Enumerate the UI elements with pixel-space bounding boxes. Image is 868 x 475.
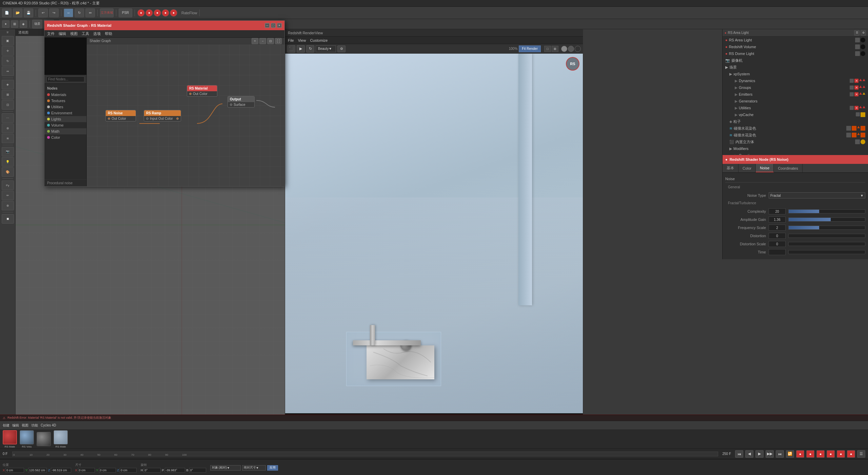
apply-btn[interactable]: 应用 bbox=[267, 465, 278, 471]
tl-prev-btn[interactable]: ◀ bbox=[745, 450, 753, 458]
mat-preview-2[interactable]: RS Volu bbox=[20, 430, 34, 448]
scene-item-groups[interactable]: ▶ Groups ✕ bbox=[723, 84, 868, 91]
scene-item-vpcache[interactable]: ▶ vpCache bbox=[723, 111, 868, 118]
category-utilities[interactable]: Utilities bbox=[44, 104, 86, 110]
tl-record-btn6[interactable]: ● bbox=[847, 450, 855, 458]
scale-tool-btn[interactable]: ⇔ bbox=[85, 8, 95, 17]
redo-btn[interactable]: ↪ bbox=[49, 8, 59, 17]
record-btn3[interactable]: ● bbox=[154, 9, 161, 17]
distortion-slider[interactable] bbox=[788, 234, 865, 238]
rv-fit-btn[interactable]: Fit Render bbox=[519, 45, 541, 52]
rot-p-input[interactable] bbox=[165, 468, 185, 473]
tl-record-btn2[interactable]: ● bbox=[806, 450, 814, 458]
tool-python[interactable]: Py bbox=[2, 180, 14, 190]
category-textures[interactable]: Textures bbox=[44, 98, 86, 104]
rv-single-view-btn[interactable]: □ bbox=[544, 46, 551, 52]
graph-fit[interactable]: ⊡ bbox=[267, 38, 274, 44]
node-search-input[interactable] bbox=[46, 76, 84, 82]
coord-space-dropdown[interactable]: 绝对尺寸 ▼ bbox=[242, 465, 266, 471]
shader-graph-titlebar[interactable]: Redshift Shader Graph - RS Material ─ □ … bbox=[44, 21, 284, 30]
rv-refresh-btn[interactable]: ↻ bbox=[306, 45, 314, 53]
scene-item-utilities[interactable]: ▶ Utilities ✕ bbox=[723, 104, 868, 111]
rv-mode-dropdown[interactable]: Beauty ▼ bbox=[316, 45, 336, 52]
graph-expand[interactable]: ⛶ bbox=[275, 38, 282, 44]
menu-options[interactable]: 选项 bbox=[93, 31, 101, 36]
pos-z-input[interactable] bbox=[51, 468, 71, 473]
pos-y-input[interactable] bbox=[28, 468, 47, 473]
tool-btn1[interactable]: ✦ bbox=[2, 20, 9, 28]
tool-btn2[interactable]: ⊞ bbox=[11, 20, 18, 28]
tool-loop[interactable]: ⊚ bbox=[2, 124, 14, 133]
amplitude-input[interactable] bbox=[769, 216, 786, 223]
tl-record-btn5[interactable]: ● bbox=[837, 450, 845, 458]
scene-item-rs-volume[interactable]: ● Redshift Volume bbox=[723, 43, 868, 50]
scene-item-dynamics[interactable]: ▶ Dynamics ✕ bbox=[723, 77, 868, 84]
time-slider[interactable] bbox=[788, 250, 865, 254]
psr-btn[interactable]: PSR bbox=[119, 8, 132, 17]
scene-item-rs-dome-light[interactable]: ● RS Dome Light bbox=[723, 50, 868, 57]
tab-color[interactable]: Color bbox=[738, 164, 756, 172]
tool-move[interactable]: ✛ bbox=[2, 46, 14, 56]
rs-material-node[interactable]: RS Material Out Color bbox=[187, 85, 217, 97]
rv-stop-btn[interactable]: ⬛ bbox=[287, 45, 295, 53]
distortion-input[interactable] bbox=[769, 233, 786, 239]
scene-item-splash1[interactable]: ≋ 碰撞水花染色 bbox=[723, 125, 868, 132]
tool-deform[interactable]: ≋ bbox=[2, 134, 14, 143]
distortion-scale-slider[interactable] bbox=[788, 242, 865, 246]
render-image-container[interactable]: RS bbox=[285, 54, 583, 413]
mat-preview-3[interactable] bbox=[37, 432, 51, 447]
rv-color-opt1[interactable] bbox=[561, 46, 567, 52]
tl-last-btn[interactable]: ⏭ bbox=[776, 450, 784, 458]
size-y-input[interactable] bbox=[99, 468, 116, 473]
menu-help[interactable]: 帮助 bbox=[105, 31, 112, 36]
tab-basic[interactable]: 基本 bbox=[723, 164, 738, 172]
tl-ruler[interactable]: 0 10 20 30 40 50 60 70 80 90 100 bbox=[12, 452, 718, 456]
output-node[interactable]: Output Surface bbox=[228, 96, 255, 108]
coord-type-dropdown[interactable]: 对象 (相对) ▼ bbox=[210, 465, 241, 471]
window-close-btn[interactable]: ✕ bbox=[277, 23, 282, 28]
render-region-btn[interactable]: 立方体域 bbox=[100, 8, 114, 17]
tl-record-btn3[interactable]: ● bbox=[816, 450, 825, 458]
scene-item-modifiers[interactable]: ▶ Modifiers bbox=[723, 145, 868, 152]
mat-preview-1[interactable]: RS Mate bbox=[3, 430, 17, 448]
record-btn2[interactable]: ● bbox=[145, 9, 153, 17]
scene-item-particles[interactable]: ◈ 粒子 bbox=[723, 118, 868, 125]
menu-file[interactable]: 文件 bbox=[47, 31, 55, 36]
scene-item-cube[interactable]: ⬛ 内置立方体 bbox=[723, 138, 868, 145]
menu-tools[interactable]: 工具 bbox=[82, 31, 89, 36]
tool-btn3[interactable]: ◈ bbox=[20, 20, 27, 28]
tool-polygon[interactable]: ◈ bbox=[2, 80, 14, 89]
rv-settings-btn[interactable]: ⚙ bbox=[337, 45, 346, 52]
rv-menu-file[interactable]: File bbox=[288, 38, 294, 42]
graph-zoom-in[interactable]: + bbox=[252, 38, 258, 44]
rotate-tool-btn[interactable]: ↻ bbox=[75, 8, 84, 17]
tool-scale[interactable]: ⇔ bbox=[2, 66, 14, 76]
tool-light[interactable]: 💡 bbox=[2, 157, 14, 167]
record-btn4[interactable]: ● bbox=[162, 9, 169, 17]
save-btn[interactable]: 💾 bbox=[24, 8, 33, 17]
complexity-input[interactable] bbox=[769, 208, 786, 214]
scene-item-generators[interactable]: ▶ Generators bbox=[723, 98, 868, 104]
complexity-slider[interactable] bbox=[788, 209, 865, 213]
new-btn[interactable]: 📄 bbox=[2, 8, 12, 17]
size-z-input[interactable] bbox=[120, 468, 137, 473]
open-btn[interactable]: 📂 bbox=[13, 8, 22, 17]
frequency-input[interactable] bbox=[769, 225, 786, 231]
tool-select[interactable]: ▣ bbox=[2, 36, 14, 45]
rv-menu-customize[interactable]: Customize bbox=[310, 38, 328, 42]
tl-first-btn[interactable]: ⏮ bbox=[735, 450, 743, 458]
rv-menu-view[interactable]: View bbox=[298, 38, 306, 42]
scene-item-rs-area-light[interactable]: ● RS Area Light bbox=[723, 37, 868, 43]
graph-canvas[interactable]: Shader Graph + − ⊡ ⛶ bbox=[87, 38, 284, 186]
mat-preview-4[interactable]: RS Mate bbox=[54, 430, 68, 448]
scene-item-questions[interactable]: ▶ Questions bbox=[723, 152, 868, 155]
noise-type-dropdown[interactable]: Fractal ▼ bbox=[769, 192, 865, 198]
category-color[interactable]: Color bbox=[44, 134, 86, 140]
tl-loop-btn[interactable]: 🔁 bbox=[786, 450, 794, 458]
record-btn5[interactable]: ● bbox=[170, 9, 177, 17]
rv-color-opt3[interactable] bbox=[575, 46, 581, 52]
tab-noise[interactable]: Noise bbox=[756, 164, 774, 172]
tl-record-btn1[interactable]: ● bbox=[796, 450, 804, 458]
scene-item-scene-group[interactable]: ▶ 场景 bbox=[723, 64, 868, 71]
pos-x-input[interactable] bbox=[5, 468, 24, 473]
